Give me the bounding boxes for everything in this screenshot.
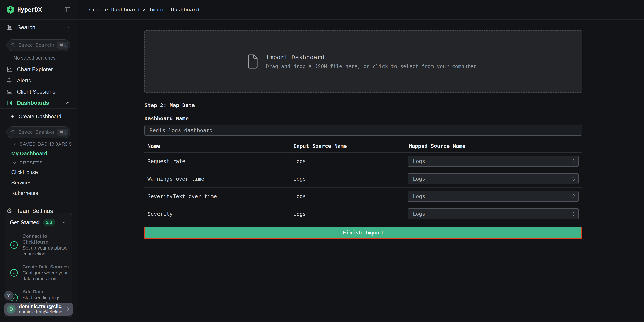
saved-dashboards-section-toggle[interactable]: SAVED DASHBOARDS [0, 142, 77, 147]
get-started-item-texts: Create Data Sources Configure where your… [22, 264, 69, 282]
saved-dashboards-input[interactable]: Saved Dashboards ⌘K [6, 126, 70, 138]
cell-input-source: Logs [293, 211, 408, 217]
sidebar-item-clickhouse[interactable]: ClickHouse [0, 169, 77, 175]
mapped-source-select[interactable]: Logs [408, 173, 578, 184]
dashboard-name-label: Dashboard Name [144, 116, 582, 122]
mapped-source-select[interactable]: Logs [408, 208, 578, 219]
table-row: SeverityText over time Logs Logs [144, 188, 582, 205]
table-row: Severity Logs Logs [144, 205, 582, 222]
chart-icon [6, 66, 12, 72]
table-row: Warnings over time Logs Logs [144, 170, 582, 188]
chevron-down-icon [12, 142, 16, 146]
chevron-down-icon [12, 161, 16, 165]
get-started-item-title: Create Data Sources [22, 264, 69, 270]
sidebar-item-label: Client Sessions [17, 88, 55, 95]
cell-name: SeverityText over time [144, 193, 293, 199]
dropzone-title: Import Dashboard [266, 54, 480, 61]
top-bar: Create Dashboard > Import Dashboard [77, 0, 644, 20]
create-dashboard-button[interactable]: Create Dashboard [0, 111, 77, 122]
mapped-source-select[interactable]: Logs [408, 156, 578, 166]
dashboards-icon [6, 100, 12, 106]
brand-name: HyperDX [17, 6, 42, 13]
get-started-item-description: Configure where your data comes from [22, 270, 69, 282]
sidebar-item-chart-explorer[interactable]: Chart Explorer [0, 64, 77, 75]
step-label: Step 2: Map Data [144, 102, 582, 108]
section-label: PRESETS [20, 160, 43, 166]
brand[interactable]: HyperDX [6, 6, 42, 14]
laptop-icon [6, 89, 12, 95]
cell-input-source: Logs [293, 158, 408, 164]
get-started-item-texts: Connect to ClickHouse Set up your databa… [22, 233, 69, 257]
plus-icon [10, 114, 15, 119]
dropzone-texts: Import Dashboard Drag and drop a JSON fi… [266, 54, 480, 69]
get-started-item-title: Add Data [22, 289, 69, 295]
no-saved-searches-note: No saved searches [14, 55, 70, 61]
sidebar: HyperDX Search [0, 0, 77, 322]
get-started-card: Get Started 3/3 Connect to ClickHouse Se… [5, 213, 72, 317]
dropzone-subtitle: Drag and drop a JSON file here, or click… [266, 63, 480, 69]
progress-badge: 3/3 [43, 219, 55, 226]
column-header-name: Name [144, 143, 293, 149]
check-circle-icon [10, 268, 18, 277]
user-menu[interactable]: D dominic.tran@clic... dominic.tran@clic… [4, 303, 73, 316]
import-dashboard-page: Import Dashboard Drag and drop a JSON fi… [144, 20, 582, 239]
search-icon [11, 42, 16, 48]
sidebar-section-label: Search [17, 24, 36, 30]
dashboard-name-value: Redis logs dashboard [150, 127, 212, 133]
mapped-source-select[interactable]: Logs [408, 191, 578, 202]
sidebar-item-client-sessions[interactable]: Client Sessions [0, 86, 77, 97]
bell-icon [6, 78, 12, 84]
get-started-item-description: Set up your database connection [22, 245, 69, 257]
column-header-input-source: Input Source Name [293, 143, 408, 149]
get-started-item-sources[interactable]: Create Data Sources Configure where your… [10, 264, 69, 282]
import-dropzone[interactable]: Import Dashboard Drag and drop a JSON fi… [144, 30, 582, 93]
cell-name: Request rate [144, 158, 293, 164]
divider [0, 35, 77, 35]
sidebar-item-label: Chart Explorer [17, 66, 53, 73]
sidebar-collapse-button[interactable] [64, 6, 71, 13]
breadcrumb[interactable]: Create Dashboard > Import Dashboard [89, 6, 199, 13]
sidebar-logo-row: HyperDX [0, 0, 77, 19]
search-section-icon [6, 24, 13, 30]
sidebar-item-kubernetes[interactable]: Kubernetes [0, 190, 77, 196]
mapping-table: Name Input Source Name Mapped Source Nam… [144, 140, 582, 222]
get-started-item-title: Connect to ClickHouse [22, 233, 69, 245]
cell-input-source: Logs [293, 193, 408, 199]
select-value: Logs [413, 158, 425, 164]
sidebar-item-alerts[interactable]: Alerts [0, 75, 77, 86]
sidebar-item-my-dashboard[interactable]: My Dashboard [0, 150, 77, 156]
get-started-header[interactable]: Get Started 3/3 [10, 219, 69, 226]
saved-searches-input[interactable]: Saved Searches ⌘K [6, 39, 70, 51]
hyperdx-logo-icon [6, 6, 14, 14]
shortcut-badge: ⌘K [57, 42, 68, 49]
dashboard-name-input[interactable]: Redis logs dashboard [144, 125, 582, 136]
select-chevrons-icon [572, 194, 576, 199]
user-name: dominic.tran@clic... [19, 304, 62, 309]
chevron-up-icon [66, 100, 70, 106]
chevron-up-icon [66, 25, 70, 30]
sidebar-item-dashboards[interactable]: Dashboards [0, 97, 77, 108]
saved-searches-placeholder: Saved Searches [18, 42, 54, 48]
chevron-up-icon [62, 220, 66, 225]
panel-left-icon [64, 6, 71, 13]
main-area: Create Dashboard > Import Dashboard Impo… [77, 0, 644, 322]
cell-name: Warnings over time [144, 176, 293, 182]
divider [0, 108, 77, 109]
get-started-item-connect[interactable]: Connect to ClickHouse Set up your databa… [10, 233, 69, 257]
user-email: dominic.tran@clickho... [19, 309, 62, 314]
finish-import-button[interactable]: Finish Import [144, 226, 582, 239]
select-value: Logs [413, 211, 425, 217]
help-button[interactable]: ? [4, 291, 13, 300]
select-chevrons-icon [572, 211, 576, 217]
app-window: HyperDX Search [0, 0, 644, 322]
sidebar-item-services[interactable]: Services [0, 180, 77, 186]
sidebar-section-search[interactable]: Search [0, 20, 77, 35]
select-value: Logs [413, 194, 425, 199]
create-dashboard-label: Create Dashboard [18, 114, 61, 120]
presets-section-toggle[interactable]: PRESETS [0, 160, 77, 166]
select-value: Logs [413, 176, 425, 182]
cell-input-source: Logs [293, 176, 408, 182]
avatar: D [7, 305, 16, 314]
select-chevrons-icon [572, 176, 576, 182]
saved-dashboards-placeholder: Saved Dashboards [18, 130, 54, 135]
